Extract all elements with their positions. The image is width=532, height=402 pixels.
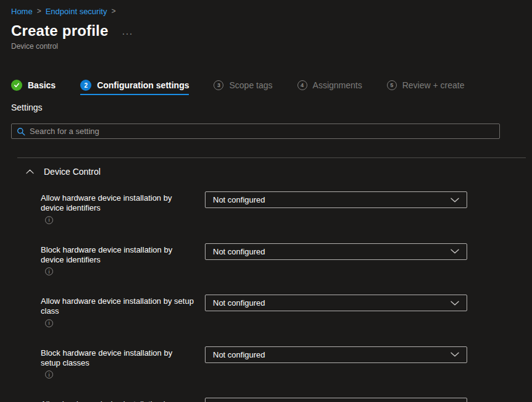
- setting-label: Block hardware device installation by se…: [41, 346, 205, 379]
- tab-configuration-settings[interactable]: 2 Configuration settings: [80, 80, 189, 91]
- tab-label: Configuration settings: [97, 80, 189, 90]
- setting-label: Allow hardware device installation by de…: [41, 191, 205, 224]
- chevron-down-icon: [451, 301, 459, 306]
- breadcrumb-link-home[interactable]: Home: [11, 7, 33, 16]
- tab-review-create[interactable]: 5 Review + create: [387, 80, 465, 90]
- tab-basics[interactable]: Basics: [11, 80, 56, 91]
- dropdown-value: Not configured: [213, 350, 265, 359]
- search-input[interactable]: [30, 127, 494, 136]
- setting-label: Allow hardware device installation by de…: [41, 398, 205, 402]
- setting-row-allow-setup-class: Allow hardware device installation by se…: [11, 295, 532, 327]
- section-device-control[interactable]: Device Control: [11, 166, 532, 177]
- breadcrumb-link-endpoint-security[interactable]: Endpoint security: [46, 7, 107, 16]
- chevron-down-icon: [451, 352, 459, 357]
- breadcrumb-separator-icon: >: [111, 7, 115, 15]
- tab-label: Scope tags: [229, 80, 272, 90]
- chevron-down-icon: [451, 198, 459, 203]
- settings-heading: Settings: [11, 103, 532, 112]
- chevron-down-icon: [451, 249, 459, 254]
- setting-label: Allow hardware device installation by se…: [41, 295, 205, 327]
- setting-row-allow-device-identifiers: Allow hardware device installation by de…: [11, 191, 532, 224]
- info-icon[interactable]: i: [45, 319, 53, 327]
- page-subtitle: Device control: [11, 42, 532, 51]
- divider: [17, 157, 526, 158]
- search-icon: [17, 127, 25, 136]
- tab-label: Review + create: [402, 80, 465, 90]
- page-title: Create profile: [11, 22, 109, 40]
- setting-label-text: Block hardware device installation by de…: [41, 245, 194, 265]
- tab-scope-tags[interactable]: 3 Scope tags: [214, 80, 272, 90]
- info-icon[interactable]: i: [45, 216, 53, 224]
- setting-label: Block hardware device installation by de…: [41, 243, 205, 276]
- allow-by-device-instance-id-dropdown[interactable]: Not configured: [205, 398, 467, 402]
- breadcrumb: Home > Endpoint security >: [11, 6, 532, 16]
- setting-label-text: Block hardware device installation by se…: [41, 348, 194, 368]
- tab-assignments[interactable]: 4 Assignments: [297, 80, 362, 90]
- step-number-badge: 5: [387, 80, 397, 90]
- block-by-setup-classes-dropdown[interactable]: Not configured: [205, 346, 467, 363]
- setting-label-text: Allow hardware device installation by se…: [41, 296, 194, 316]
- wizard-steps: Basics 2 Configuration settings 3 Scope …: [11, 78, 532, 92]
- check-icon: [11, 80, 22, 91]
- allow-by-setup-class-dropdown[interactable]: Not configured: [205, 295, 467, 311]
- step-number-badge: 4: [297, 80, 307, 90]
- block-by-device-id-dropdown[interactable]: Not configured: [205, 243, 467, 260]
- setting-label-text: Allow hardware device installation by de…: [41, 193, 194, 213]
- settings-list: Allow hardware device installation by de…: [11, 191, 532, 402]
- page-header: Create profile ···: [11, 22, 532, 40]
- breadcrumb-separator-icon: >: [37, 7, 41, 15]
- step-number-badge: 3: [214, 80, 223, 90]
- setting-row-block-device-identifiers: Block hardware device installation by de…: [11, 243, 532, 276]
- tab-label: Basics: [28, 80, 56, 90]
- section-title: Device Control: [44, 167, 101, 177]
- dropdown-value: Not configured: [213, 298, 265, 308]
- info-icon[interactable]: i: [45, 371, 53, 379]
- allow-by-device-id-dropdown[interactable]: Not configured: [205, 191, 467, 208]
- more-options-icon[interactable]: ···: [122, 25, 133, 38]
- step-number-badge: 2: [80, 80, 91, 91]
- setting-label-text: Allow hardware device installation by de…: [41, 400, 194, 402]
- setting-row-allow-device-instance-identifiers: Allow hardware device installation by de…: [11, 398, 532, 402]
- chevron-up-icon: [26, 169, 34, 174]
- dropdown-value: Not configured: [213, 247, 265, 256]
- dropdown-value: Not configured: [213, 195, 265, 204]
- setting-search-box[interactable]: [11, 124, 500, 139]
- setting-row-block-setup-classes: Block hardware device installation by se…: [11, 346, 532, 379]
- info-icon[interactable]: i: [45, 267, 53, 275]
- tab-label: Assignments: [313, 80, 362, 90]
